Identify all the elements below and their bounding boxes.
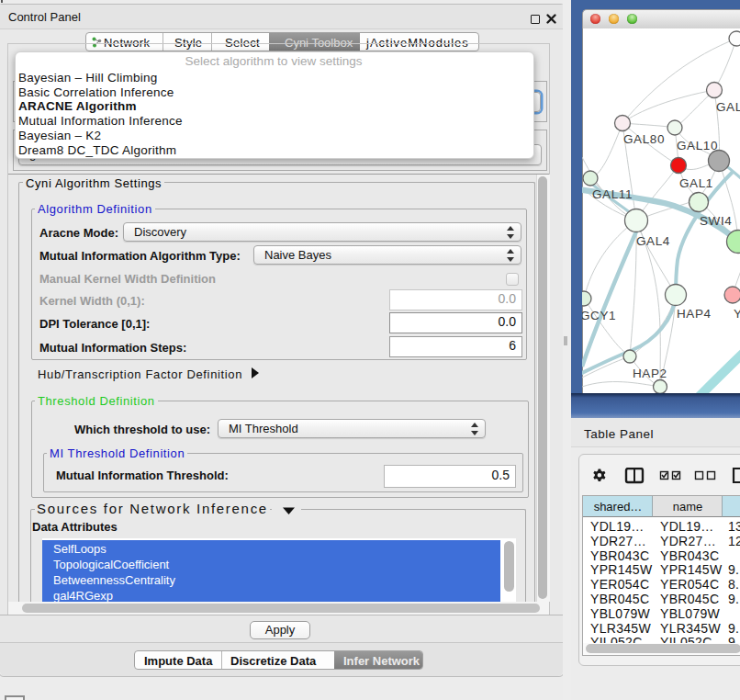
svg-text:GAL80: GAL80 — [623, 132, 665, 146]
svg-text:GAL: GAL — [716, 100, 740, 114]
svg-text:GCY1: GCY1 — [582, 309, 616, 322]
svg-text:HAP4: HAP4 — [677, 307, 712, 321]
svg-text:GAL10: GAL10 — [677, 139, 718, 152]
svg-text:GAL11: GAL11 — [592, 187, 633, 201]
svg-text:SWI4: SWI4 — [700, 214, 732, 228]
svg-text:GAL4: GAL4 — [636, 234, 670, 248]
svg-text:Y: Y — [734, 307, 740, 321]
svg-text:GAL1: GAL1 — [679, 176, 713, 190]
svg-text:HAP2: HAP2 — [633, 367, 667, 380]
